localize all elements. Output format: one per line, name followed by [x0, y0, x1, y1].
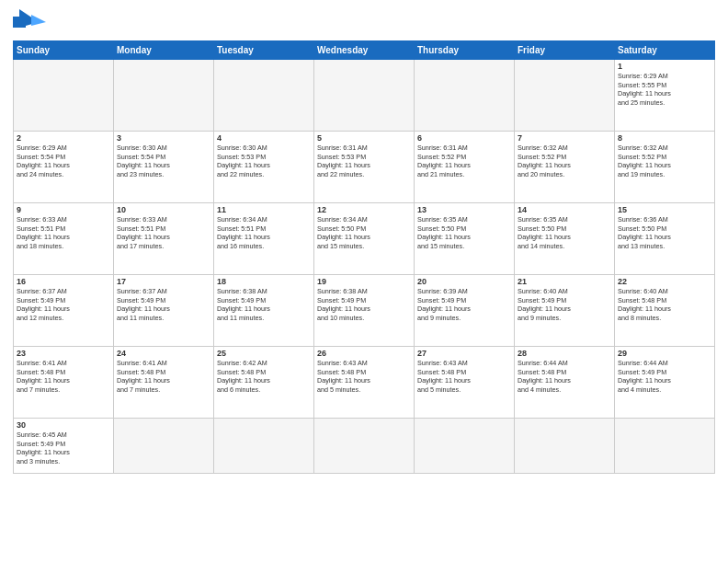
- day-info: Sunrise: 6:37 AM Sunset: 5:49 PM Dayligh…: [117, 287, 210, 323]
- calendar-table: Sunday Monday Tuesday Wednesday Thursday…: [13, 40, 715, 474]
- day-number: 7: [518, 133, 611, 143]
- day-info: Sunrise: 6:30 AM Sunset: 5:53 PM Dayligh…: [217, 144, 311, 179]
- week-row: 30Sunrise: 6:45 AM Sunset: 5:49 PM Dayli…: [14, 419, 715, 474]
- day-number: 16: [17, 277, 110, 286]
- day-info: Sunrise: 6:29 AM Sunset: 5:55 PM Dayligh…: [618, 72, 711, 108]
- calendar-cell: 13Sunrise: 6:35 AM Sunset: 5:50 PM Dayli…: [415, 203, 515, 275]
- day-info: Sunrise: 6:33 AM Sunset: 5:51 PM Dayligh…: [17, 215, 110, 251]
- day-info: Sunrise: 6:37 AM Sunset: 5:49 PM Dayligh…: [17, 287, 110, 323]
- calendar-cell: 25Sunrise: 6:42 AM Sunset: 5:48 PM Dayli…: [214, 347, 314, 419]
- calendar-cell: 28Sunrise: 6:44 AM Sunset: 5:48 PM Dayli…: [515, 347, 615, 419]
- day-info: Sunrise: 6:38 AM Sunset: 5:49 PM Dayligh…: [317, 287, 411, 323]
- calendar-cell: 2Sunrise: 6:29 AM Sunset: 5:54 PM Daylig…: [14, 132, 114, 203]
- calendar-cell: 3Sunrise: 6:30 AM Sunset: 5:54 PM Daylig…: [114, 132, 214, 203]
- day-number: 10: [117, 205, 210, 214]
- day-number: 17: [117, 277, 210, 286]
- day-number: 3: [117, 133, 210, 143]
- day-number: 14: [518, 205, 611, 214]
- calendar-cell: [214, 419, 314, 474]
- day-number: 13: [417, 205, 511, 214]
- calendar-cell: [415, 60, 515, 132]
- calendar-cell: 19Sunrise: 6:38 AM Sunset: 5:49 PM Dayli…: [314, 275, 415, 347]
- col-saturday: Saturday: [615, 41, 715, 60]
- day-info: Sunrise: 6:41 AM Sunset: 5:48 PM Dayligh…: [17, 359, 110, 395]
- day-number: 24: [117, 349, 210, 358]
- day-info: Sunrise: 6:32 AM Sunset: 5:52 PM Dayligh…: [518, 144, 611, 179]
- col-monday: Monday: [114, 41, 214, 60]
- day-number: 18: [217, 277, 311, 286]
- week-row: 1Sunrise: 6:29 AM Sunset: 5:55 PM Daylig…: [14, 60, 715, 132]
- calendar-cell: 9Sunrise: 6:33 AM Sunset: 5:51 PM Daylig…: [14, 203, 114, 275]
- calendar-cell: 17Sunrise: 6:37 AM Sunset: 5:49 PM Dayli…: [114, 275, 214, 347]
- day-info: Sunrise: 6:34 AM Sunset: 5:51 PM Dayligh…: [217, 215, 311, 251]
- logo: [13, 9, 51, 35]
- day-info: Sunrise: 6:34 AM Sunset: 5:50 PM Dayligh…: [317, 215, 411, 251]
- day-number: 27: [417, 349, 511, 358]
- calendar-cell: 16Sunrise: 6:37 AM Sunset: 5:49 PM Dayli…: [14, 275, 114, 347]
- day-number: 11: [217, 205, 311, 214]
- day-number: 25: [217, 349, 311, 358]
- calendar-cell: [114, 60, 214, 132]
- day-info: Sunrise: 6:31 AM Sunset: 5:53 PM Dayligh…: [317, 144, 411, 179]
- col-thursday: Thursday: [415, 41, 515, 60]
- day-info: Sunrise: 6:36 AM Sunset: 5:50 PM Dayligh…: [618, 215, 711, 251]
- calendar-cell: [415, 419, 515, 474]
- day-number: 20: [417, 277, 511, 286]
- day-number: 15: [618, 205, 711, 214]
- day-number: 4: [217, 133, 311, 143]
- calendar-cell: 27Sunrise: 6:43 AM Sunset: 5:48 PM Dayli…: [415, 347, 515, 419]
- calendar-cell: 29Sunrise: 6:44 AM Sunset: 5:49 PM Dayli…: [615, 347, 715, 419]
- day-number: 8: [618, 133, 711, 143]
- calendar-cell: 30Sunrise: 6:45 AM Sunset: 5:49 PM Dayli…: [14, 419, 114, 474]
- day-number: 12: [317, 205, 411, 214]
- day-info: Sunrise: 6:32 AM Sunset: 5:52 PM Dayligh…: [618, 144, 711, 179]
- col-tuesday: Tuesday: [214, 41, 314, 60]
- page: Sunday Monday Tuesday Wednesday Thursday…: [0, 0, 728, 563]
- calendar-cell: [314, 419, 415, 474]
- day-number: 22: [618, 277, 711, 286]
- day-info: Sunrise: 6:38 AM Sunset: 5:49 PM Dayligh…: [217, 287, 311, 323]
- day-number: 30: [17, 420, 110, 430]
- header: [13, 9, 715, 35]
- calendar-cell: 15Sunrise: 6:36 AM Sunset: 5:50 PM Dayli…: [615, 203, 715, 275]
- calendar-cell: 5Sunrise: 6:31 AM Sunset: 5:53 PM Daylig…: [314, 132, 415, 203]
- calendar-cell: [515, 419, 615, 474]
- day-info: Sunrise: 6:45 AM Sunset: 5:49 PM Dayligh…: [17, 431, 110, 466]
- calendar-cell: [14, 60, 114, 132]
- col-wednesday: Wednesday: [314, 41, 415, 60]
- calendar-cell: [114, 419, 214, 474]
- calendar-cell: 1Sunrise: 6:29 AM Sunset: 5:55 PM Daylig…: [615, 60, 715, 132]
- col-friday: Friday: [515, 41, 615, 60]
- day-number: 19: [317, 277, 411, 286]
- calendar-cell: 11Sunrise: 6:34 AM Sunset: 5:51 PM Dayli…: [214, 203, 314, 275]
- calendar-cell: 23Sunrise: 6:41 AM Sunset: 5:48 PM Dayli…: [14, 347, 114, 419]
- day-info: Sunrise: 6:30 AM Sunset: 5:54 PM Dayligh…: [117, 144, 210, 179]
- day-info: Sunrise: 6:42 AM Sunset: 5:48 PM Dayligh…: [217, 359, 311, 395]
- day-info: Sunrise: 6:40 AM Sunset: 5:48 PM Dayligh…: [618, 287, 711, 323]
- header-row: Sunday Monday Tuesday Wednesday Thursday…: [14, 41, 715, 60]
- calendar-cell: 6Sunrise: 6:31 AM Sunset: 5:52 PM Daylig…: [415, 132, 515, 203]
- day-info: Sunrise: 6:35 AM Sunset: 5:50 PM Dayligh…: [518, 215, 611, 251]
- day-info: Sunrise: 6:39 AM Sunset: 5:49 PM Dayligh…: [417, 287, 511, 323]
- day-info: Sunrise: 6:43 AM Sunset: 5:48 PM Dayligh…: [417, 359, 511, 395]
- svg-marker-2: [31, 15, 46, 26]
- day-info: Sunrise: 6:41 AM Sunset: 5:48 PM Dayligh…: [117, 359, 210, 395]
- week-row: 2Sunrise: 6:29 AM Sunset: 5:54 PM Daylig…: [14, 132, 715, 203]
- day-number: 21: [518, 277, 611, 286]
- calendar-cell: 14Sunrise: 6:35 AM Sunset: 5:50 PM Dayli…: [515, 203, 615, 275]
- calendar-cell: 4Sunrise: 6:30 AM Sunset: 5:53 PM Daylig…: [214, 132, 314, 203]
- day-number: 28: [518, 349, 611, 358]
- calendar-cell: [615, 419, 715, 474]
- logo-icon: [13, 9, 46, 35]
- day-info: Sunrise: 6:40 AM Sunset: 5:49 PM Dayligh…: [518, 287, 611, 323]
- calendar-cell: 21Sunrise: 6:40 AM Sunset: 5:49 PM Dayli…: [515, 275, 615, 347]
- day-number: 1: [618, 62, 711, 71]
- calendar-cell: 24Sunrise: 6:41 AM Sunset: 5:48 PM Dayli…: [114, 347, 214, 419]
- week-row: 9Sunrise: 6:33 AM Sunset: 5:51 PM Daylig…: [14, 203, 715, 275]
- day-info: Sunrise: 6:33 AM Sunset: 5:51 PM Dayligh…: [117, 215, 210, 251]
- day-number: 29: [618, 349, 711, 358]
- calendar-cell: [314, 60, 415, 132]
- day-number: 26: [317, 349, 411, 358]
- calendar-cell: 12Sunrise: 6:34 AM Sunset: 5:50 PM Dayli…: [314, 203, 415, 275]
- calendar-cell: 10Sunrise: 6:33 AM Sunset: 5:51 PM Dayli…: [114, 203, 214, 275]
